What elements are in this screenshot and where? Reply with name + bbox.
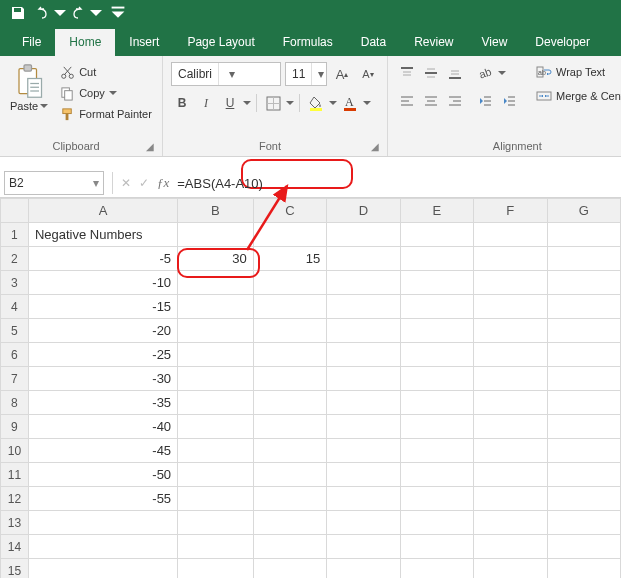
cell[interactable] — [253, 295, 327, 319]
cell[interactable] — [178, 367, 254, 391]
cell[interactable] — [547, 511, 620, 535]
name-box[interactable]: B2▾ — [4, 171, 104, 195]
redo-dropdown-icon[interactable] — [90, 2, 102, 24]
cell[interactable] — [474, 391, 547, 415]
align-top-button[interactable] — [396, 62, 418, 84]
cell[interactable] — [253, 271, 327, 295]
cell[interactable] — [327, 295, 400, 319]
cell[interactable]: Negative Numbers — [28, 223, 177, 247]
cell[interactable] — [400, 343, 473, 367]
align-middle-button[interactable] — [420, 62, 442, 84]
cell[interactable] — [178, 535, 254, 559]
cell[interactable] — [474, 343, 547, 367]
orientation-button[interactable]: ab — [474, 62, 496, 84]
cell[interactable] — [327, 415, 400, 439]
borders-button[interactable] — [262, 92, 284, 114]
cell[interactable] — [28, 535, 177, 559]
cell[interactable] — [327, 439, 400, 463]
worksheet-grid[interactable]: A B C D E F G 1Negative Numbers 2-53015 … — [0, 198, 621, 578]
cell[interactable]: -20 — [28, 319, 177, 343]
cell[interactable] — [400, 535, 473, 559]
cell[interactable] — [178, 343, 254, 367]
cell[interactable]: -50 — [28, 463, 177, 487]
cell[interactable] — [253, 559, 327, 579]
cell[interactable] — [400, 391, 473, 415]
cell[interactable] — [253, 367, 327, 391]
cell[interactable]: -15 — [28, 295, 177, 319]
cell[interactable] — [28, 511, 177, 535]
cell[interactable] — [253, 439, 327, 463]
align-bottom-button[interactable] — [444, 62, 466, 84]
font-size-combo[interactable]: 11▾ — [285, 62, 327, 86]
cell[interactable] — [327, 391, 400, 415]
cell[interactable] — [547, 439, 620, 463]
cell[interactable] — [253, 319, 327, 343]
column-header[interactable]: C — [253, 199, 327, 223]
cell[interactable] — [547, 391, 620, 415]
column-header[interactable]: E — [400, 199, 473, 223]
cell[interactable] — [327, 223, 400, 247]
shrink-font-button[interactable]: A▾ — [357, 63, 379, 85]
dialog-launcher-icon[interactable]: ◢ — [371, 141, 381, 154]
cell[interactable] — [327, 463, 400, 487]
cell[interactable] — [253, 415, 327, 439]
row-header[interactable]: 8 — [1, 391, 29, 415]
cancel-formula-icon[interactable]: ✕ — [121, 176, 131, 190]
tab-formulas[interactable]: Formulas — [269, 29, 347, 56]
format-painter-button[interactable]: Format Painter — [56, 104, 155, 124]
cell[interactable]: -5 — [28, 247, 177, 271]
cell[interactable] — [400, 223, 473, 247]
tab-home[interactable]: Home — [55, 29, 115, 56]
fx-icon[interactable]: ƒx — [157, 175, 169, 191]
cell[interactable] — [178, 511, 254, 535]
row-header[interactable]: 1 — [1, 223, 29, 247]
cell[interactable] — [474, 439, 547, 463]
tab-view[interactable]: View — [468, 29, 522, 56]
cell[interactable] — [400, 415, 473, 439]
select-all-corner[interactable] — [1, 199, 29, 223]
grow-font-button[interactable]: A▴ — [331, 63, 353, 85]
cell[interactable] — [327, 511, 400, 535]
cell[interactable] — [474, 415, 547, 439]
row-header[interactable]: 12 — [1, 487, 29, 511]
cell[interactable] — [178, 439, 254, 463]
cell[interactable] — [400, 367, 473, 391]
cell[interactable] — [178, 295, 254, 319]
cell[interactable] — [400, 487, 473, 511]
align-center-button[interactable] — [420, 90, 442, 112]
qat-customize-icon[interactable] — [106, 2, 130, 24]
chevron-down-icon[interactable] — [329, 100, 337, 106]
cell[interactable] — [178, 223, 254, 247]
undo-dropdown-icon[interactable] — [54, 2, 66, 24]
formula-input[interactable]: =ABS(A4-A10) — [169, 172, 621, 194]
cell[interactable] — [400, 319, 473, 343]
cell[interactable] — [547, 223, 620, 247]
chevron-down-icon[interactable] — [243, 100, 251, 106]
cell[interactable] — [327, 271, 400, 295]
cell[interactable]: -55 — [28, 487, 177, 511]
wrap-text-button[interactable]: abWrap Text — [533, 62, 621, 82]
cell[interactable] — [400, 559, 473, 579]
redo-icon[interactable] — [66, 2, 90, 24]
row-header[interactable]: 11 — [1, 463, 29, 487]
cell[interactable] — [474, 295, 547, 319]
cell[interactable] — [547, 463, 620, 487]
cell[interactable] — [178, 487, 254, 511]
cell[interactable] — [178, 319, 254, 343]
cell[interactable] — [474, 223, 547, 247]
cell[interactable] — [253, 487, 327, 511]
row-header[interactable]: 2 — [1, 247, 29, 271]
cell[interactable] — [327, 367, 400, 391]
cell[interactable]: 15 — [253, 247, 327, 271]
row-header[interactable]: 6 — [1, 343, 29, 367]
cell[interactable] — [178, 391, 254, 415]
cell[interactable]: 30 — [178, 247, 254, 271]
merge-center-button[interactable]: Merge & Center — [533, 86, 621, 106]
row-header[interactable]: 13 — [1, 511, 29, 535]
cell[interactable] — [327, 535, 400, 559]
cell[interactable] — [474, 559, 547, 579]
row-header[interactable]: 9 — [1, 415, 29, 439]
decrease-indent-button[interactable] — [474, 90, 496, 112]
cell[interactable] — [400, 295, 473, 319]
cell[interactable] — [400, 271, 473, 295]
